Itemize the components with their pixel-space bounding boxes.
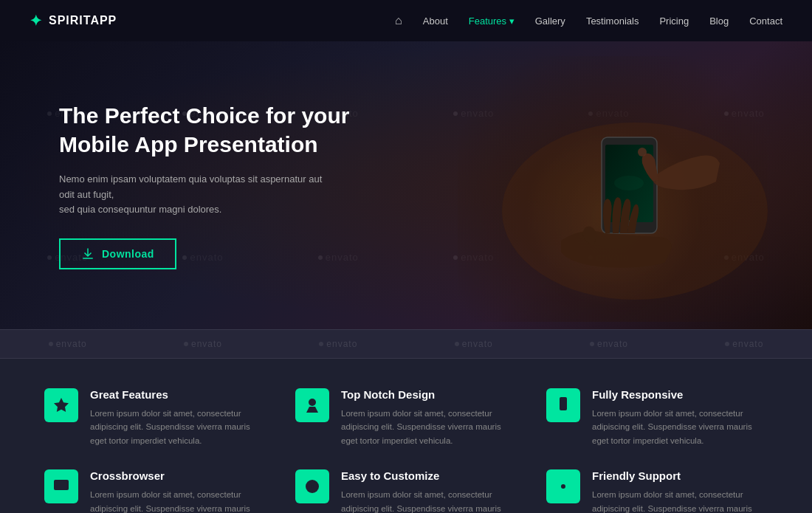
- feature-icon-box-crossbrowser: [44, 469, 78, 503]
- nav-contact[interactable]: Contact: [749, 16, 782, 27]
- nav-testimonials[interactable]: Testimonials: [586, 16, 639, 27]
- logo-text: SPIRITAPP: [49, 14, 117, 27]
- award-icon: [303, 396, 321, 414]
- feature-title-responsive: Fully Responsive: [592, 388, 768, 401]
- logo[interactable]: ✦ SPIRITAPP: [30, 12, 117, 30]
- hero-subtitle: Nemo enim ipsam voluptatem quia voluptas…: [59, 172, 325, 218]
- nav-pricing[interactable]: Pricing: [659, 16, 689, 27]
- svg-point-5: [638, 148, 647, 156]
- hero-title: The Perfect Choice for your Mobile App P…: [59, 101, 384, 159]
- strip-watermark-2: envato: [184, 339, 222, 349]
- svg-rect-10: [54, 480, 69, 490]
- strip-watermark-3: envato: [319, 339, 357, 349]
- nav-blog[interactable]: Blog: [709, 16, 729, 27]
- logo-icon: ✦: [30, 12, 43, 30]
- nav-about[interactable]: About: [423, 16, 448, 27]
- feature-text-support: Friendly Support Lorem ipsum dolor sit a…: [592, 469, 768, 513]
- mobile-icon: [554, 396, 572, 414]
- feature-desc-support: Lorem ipsum dolor sit amet, consectetur …: [592, 488, 768, 513]
- svg-point-7: [309, 399, 316, 406]
- feature-desc-customize: Lorem ipsum dolor sit amet, consectetur …: [341, 488, 517, 513]
- feature-icon-box-great-features: [44, 388, 78, 422]
- feature-icon-box-responsive: [546, 388, 580, 422]
- feature-icon-box-customize: [295, 469, 329, 503]
- strip-watermark-5: envato: [590, 339, 628, 349]
- nav-gallery[interactable]: Gallery: [535, 16, 565, 27]
- home-icon: ⌂: [395, 14, 402, 27]
- feature-desc-responsive: Lorem ipsum dolor sit amet, consectetur …: [592, 407, 768, 447]
- features-grid: Great Features Lorem ipsum dolor sit ame…: [44, 388, 768, 513]
- feature-desc-crossbrowser: Lorem ipsum dolor sit amet, consectetur …: [90, 488, 266, 513]
- star-icon: [52, 396, 70, 414]
- nav-features[interactable]: Features ▾: [469, 16, 515, 27]
- strip-watermark-1: envato: [49, 339, 87, 349]
- feature-item-great-features: Great Features Lorem ipsum dolor sit ame…: [44, 388, 266, 447]
- speedometer-icon: [303, 478, 321, 495]
- strip-watermark-4: envato: [455, 339, 493, 349]
- strip-watermark-6: envato: [725, 339, 763, 349]
- hero-image-sim: [458, 56, 768, 322]
- svg-point-15: [561, 484, 565, 489]
- nav-home[interactable]: ⌂: [395, 16, 402, 27]
- hero-image: [458, 56, 768, 322]
- feature-text-top-notch: Top Notch Design Lorem ipsum dolor sit a…: [341, 388, 517, 447]
- feature-desc-top-notch: Lorem ipsum dolor sit amet, consectetur …: [341, 407, 517, 447]
- download-icon: [81, 247, 94, 261]
- svg-rect-8: [560, 397, 567, 410]
- svg-point-6: [614, 176, 644, 190]
- feature-icon-box-top-notch: [295, 388, 329, 422]
- feature-item-friendly-support: Friendly Support Lorem ipsum dolor sit a…: [546, 469, 768, 513]
- envato-strip: envato envato envato envato envato envat…: [0, 329, 812, 359]
- download-button[interactable]: Download: [59, 238, 176, 269]
- feature-icon-box-support: [546, 469, 580, 503]
- monitor-icon: [52, 478, 70, 495]
- feature-item-easy-customize: Easy to Customize Lorem ipsum dolor sit …: [295, 469, 517, 513]
- gear-icon: [554, 478, 572, 495]
- feature-title-crossbrowser: Crossbrowser: [90, 469, 266, 482]
- feature-item-fully-responsive: Fully Responsive Lorem ipsum dolor sit a…: [546, 388, 768, 447]
- feature-title-great-features: Great Features: [90, 388, 266, 401]
- chevron-down-icon: ▾: [509, 16, 515, 27]
- feature-text-customize: Easy to Customize Lorem ipsum dolor sit …: [341, 469, 517, 513]
- hands-phone-illustration: [487, 78, 768, 314]
- feature-text-crossbrowser: Crossbrowser Lorem ipsum dolor sit amet,…: [90, 469, 266, 513]
- navbar: ✦ SPIRITAPP ⌂ About Features ▾ Gallery T…: [0, 0, 812, 41]
- feature-item-crossbrowser: Crossbrowser Lorem ipsum dolor sit amet,…: [44, 469, 266, 513]
- hero-section: envato envato envato envato envato envat…: [0, 41, 812, 329]
- feature-text-great-features: Great Features Lorem ipsum dolor sit ame…: [90, 388, 266, 447]
- feature-desc-great-features: Lorem ipsum dolor sit amet, consectetur …: [90, 407, 266, 447]
- feature-item-top-notch-design: Top Notch Design Lorem ipsum dolor sit a…: [295, 388, 517, 447]
- nav-links: ⌂ About Features ▾ Gallery Testimonials …: [395, 14, 782, 27]
- features-section: Great Features Lorem ipsum dolor sit ame…: [0, 359, 812, 513]
- feature-title-top-notch: Top Notch Design: [341, 388, 517, 401]
- hero-content: The Perfect Choice for your Mobile App P…: [0, 101, 384, 269]
- svg-point-14: [311, 485, 314, 488]
- feature-title-customize: Easy to Customize: [341, 469, 517, 482]
- feature-title-support: Friendly Support: [592, 469, 768, 482]
- feature-text-responsive: Fully Responsive Lorem ipsum dolor sit a…: [592, 388, 768, 447]
